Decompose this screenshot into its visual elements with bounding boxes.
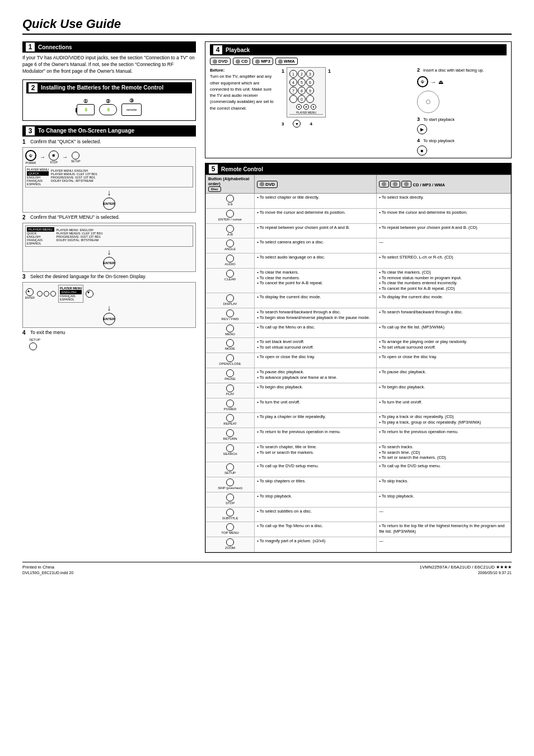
cd-badge: CD <box>233 58 251 65</box>
cd-cell: • To arrange the playing order or play r… <box>377 338 511 353</box>
playback-right-steps: 2 Insert a disc with label facing up. ⏻ … <box>417 67 507 156</box>
footer-date: 2006/05/10 9:37:21 <box>478 571 512 575</box>
dvd-cell: • To set black level on/off. • To set vi… <box>255 338 377 353</box>
dvd-cell: • To pause disc playback. • To advance p… <box>255 368 377 383</box>
button-cell: SUBTITLE <box>206 507 255 522</box>
step3-text: Select the desired language for the On-S… <box>30 274 146 279</box>
section3-header: 3 To Change the On-Screen Language <box>22 125 196 137</box>
dvd-cell: • To search chapter, title or time. • To… <box>255 443 377 462</box>
cd-col-badge <box>379 181 389 187</box>
playback-step1-label: 1 <box>282 68 284 74</box>
step3-desc: To start playback <box>423 117 455 122</box>
wma-col-badge <box>401 181 411 187</box>
cd-cell: • To display the current disc mode. <box>377 293 511 308</box>
table-row: REV / FWD• To search forward/backward th… <box>206 308 511 323</box>
button-cell: REPEAT <box>206 413 255 428</box>
enter-btn1: ENTER <box>103 198 115 210</box>
section4-title: Playback <box>226 47 250 53</box>
table-row: SEARCH• To search chapter, title or time… <box>206 443 511 462</box>
table-row: SUBTITLE• To select subtitles on a disc.… <box>206 507 511 522</box>
playback-layout: Before: Turn on the TV, amplifier and an… <box>210 67 507 156</box>
remote-visual: 123 456 789 0 ▼ ▼ ▼ PLAYER M <box>287 67 326 118</box>
cd-cell: • To open or close the disc tray. <box>377 353 511 368</box>
step4-row: 4 To exit the menu <box>22 330 196 336</box>
section4-header: 4 Playback <box>210 44 507 55</box>
dvd-badge: DVD <box>210 58 231 65</box>
arrow3-icon: ↓ <box>25 304 193 312</box>
playback-center-diagram: 1 123 456 789 0 ▼ ▼ <box>282 67 413 156</box>
section4-box: 4 Playback DVD CD MP3 WMA <box>205 41 512 158</box>
button-cell: PLAY <box>206 383 255 398</box>
playback-instructions: Before: Turn on the TV, amplifier and an… <box>210 67 277 156</box>
footer-bottom: DVL150G_E6C21UD.indd 20 2006/05/10 9:37:… <box>22 571 512 575</box>
section2-header: 2 Installing the Batteries for the Remot… <box>26 82 192 93</box>
enter-btn3: ENTER <box>103 313 115 325</box>
dvd-cell: • To clear the markers. • To clear the n… <box>255 268 377 293</box>
dvd-cell: • To call up the Top Menu on a disc. <box>255 522 377 537</box>
step3-play-label: 3 <box>417 116 420 122</box>
button-cell: REV / FWD <box>206 308 255 323</box>
section2-number: 2 <box>29 83 38 92</box>
button-cell: PAUSE <box>206 368 255 383</box>
playback-step1-right-label: 1 <box>328 68 331 74</box>
table-row: AUDIO• To select audio language on a dis… <box>206 253 511 269</box>
footer-model: 1VMN22597A / E6A21UD / E6C21UD ★★★★ <box>419 565 512 570</box>
dvd-cell: • To display the current disc mode. <box>255 293 377 308</box>
wma-badge: WMA <box>275 58 298 65</box>
power-eject-row: ⏻ → ⏏ <box>417 76 507 87</box>
section1-header: 1 Connections <box>22 41 196 53</box>
cursor-left-icon <box>37 291 43 297</box>
step4-desc: To stop playback <box>423 138 455 143</box>
cursor-right-icon <box>50 291 56 297</box>
button-cell: STOP <box>206 492 255 507</box>
section1-title: Connections <box>38 44 72 50</box>
cd-cell: • To pause disc playback. <box>377 368 511 383</box>
dvd-cell: • To stop playback. <box>255 492 377 507</box>
table-row: MENU• To call up the Menu on a disc.• To… <box>206 323 511 338</box>
step2-label: 2 <box>417 67 420 73</box>
cd-cell: • To skip tracks. <box>377 477 511 492</box>
table-row: DISPLAY• To display the current disc mod… <box>206 293 511 308</box>
cd-cell: • To stop playback. <box>377 492 511 507</box>
table-row: REPEAT• To play a chapter or title repea… <box>206 413 511 428</box>
stop-icon: ■ <box>49 151 59 161</box>
table-row: 0-9• To select chapter or title directly… <box>206 194 511 209</box>
stop-button-icon: ■ <box>417 145 427 156</box>
dvd-cell: • To select camera angles on a disc. <box>255 238 377 253</box>
button-cell: MODE <box>206 338 255 353</box>
button-cell: DISPLAY <box>206 293 255 308</box>
dvd-cell: • To magnify part of a picture. (x2/x4) <box>255 537 377 552</box>
section2-box: 2 Installing the Batteries for the Remot… <box>22 79 196 121</box>
table-row: PAUSE• To pause disc playback. • To adva… <box>206 368 511 383</box>
numpad: 123 456 789 0 <box>289 70 323 103</box>
dvd-cell: • To return to the previous operation in… <box>255 428 377 443</box>
footer: Printed in China 1VMN22597A / E6A21UD / … <box>22 562 512 570</box>
setup-icon <box>72 152 79 159</box>
dvd-cell: • To call up the Menu on a disc. <box>255 323 377 338</box>
button-cell: CLEAR <box>206 268 255 293</box>
table-row: ENTER / cursor• To move the cursor and d… <box>206 208 511 223</box>
step1-row: 1 Confirm that "QUICK" is selected. <box>22 139 196 145</box>
section5-number: 5 <box>209 165 218 173</box>
dvd-cell: • To select subtitles on a disc. <box>255 507 377 522</box>
step1-diagram: ⏻ POWER → ■ STOP → SETUP <box>22 147 196 213</box>
power-button-icon: ⏻ <box>417 76 428 87</box>
cd-cell: • To return to the previous operation me… <box>377 428 511 443</box>
col-dvd: DVD <box>255 175 377 194</box>
section2-title: Installing the Batteries for the Remote … <box>41 84 163 91</box>
remote-control-table: Button (Alphabetical order) Disc DVD <box>205 175 511 552</box>
dvd-cell: • To select audio language on a disc. <box>255 253 377 269</box>
step3-diagram: ▲ ENTER PLAYER MENU ENGLISH FRANÇAIS ESP… <box>22 282 196 328</box>
mp3-dot <box>255 59 260 64</box>
before-label: Before: <box>210 67 277 73</box>
playback-bottom-steps: 3 ▼ 4 <box>282 120 413 128</box>
disc-col-label: Disc <box>208 186 252 192</box>
wma-dot <box>278 59 283 64</box>
step2-desc: Insert a disc with label facing up. <box>423 68 484 73</box>
arrow2-icon: ↓ <box>25 248 193 256</box>
playback-step2: 2 Insert a disc with label facing up. <box>417 67 507 73</box>
cd-cell: • To begin disc playback. <box>377 383 511 398</box>
button-cell: OPEN/CLOSE <box>206 353 255 368</box>
arrow1-icon: ↓ <box>25 189 193 196</box>
dvd-cell: • To open or close the disc tray. <box>255 353 377 368</box>
